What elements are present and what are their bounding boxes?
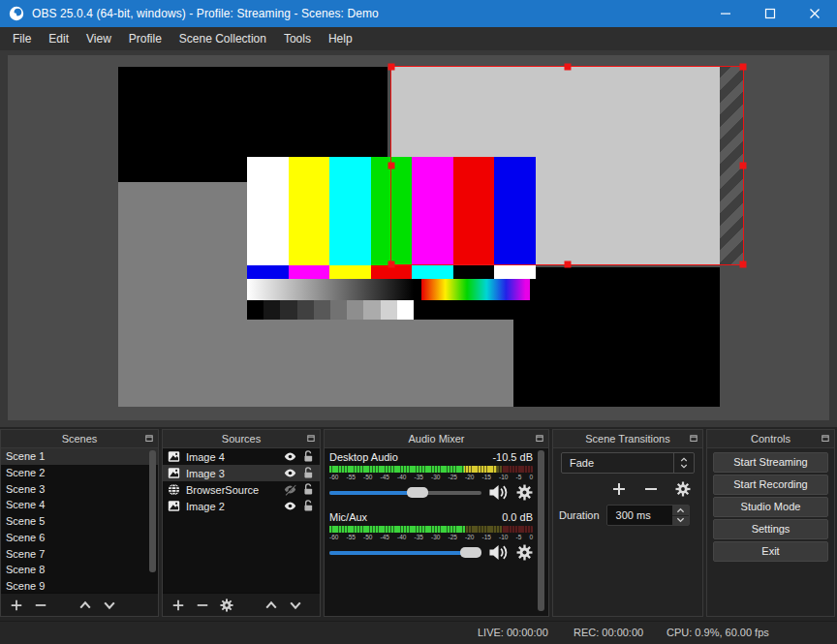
selection-handle-bottom-center[interactable] (564, 261, 571, 268)
selection-handle-mid-right[interactable] (740, 163, 747, 169)
remove-scene-icon[interactable] (34, 598, 47, 612)
visibility-eye-off-icon[interactable] (284, 483, 296, 496)
panel-float-icon[interactable] (821, 434, 830, 444)
source-black-rect-bottom-right[interactable] (513, 267, 720, 407)
remove-transition-icon[interactable] (643, 481, 659, 497)
panel-float-icon[interactable] (689, 434, 698, 444)
minimize-button[interactable] (703, 0, 748, 27)
meter-scale: -60-55-50-45-40-35-30-25-20-15-10-50 (329, 534, 533, 541)
volume-slider-handle[interactable] (407, 487, 428, 498)
source-row[interactable]: Image 4 (163, 448, 320, 465)
start-recording-button[interactable]: Start Recording (713, 475, 828, 495)
selection-handle-top-right[interactable] (740, 64, 747, 71)
maximize-button[interactable] (748, 0, 792, 27)
scenes-panel-header[interactable]: Scenes (1, 430, 158, 448)
settings-button[interactable]: Settings (713, 519, 828, 539)
move-scene-up-icon[interactable] (78, 598, 92, 612)
scene-list-item[interactable]: Scene 2 (1, 465, 158, 481)
menu-item-edit[interactable]: Edit (40, 27, 78, 50)
menu-item-file[interactable]: File (4, 27, 40, 50)
scenes-list: Scene 1 Scene 2 Scene 3 Scene 4 Scene 5 … (1, 448, 158, 593)
menu-item-view[interactable]: View (78, 27, 120, 50)
selection-handle-bottom-right[interactable] (740, 261, 747, 268)
title-bar[interactable]: OBS 25.0.4 (64-bit, windows) - Profile: … (0, 0, 837, 27)
source-name: Image 2 (186, 501, 278, 512)
menu-item-profile[interactable]: Profile (120, 27, 170, 50)
add-transition-icon[interactable] (611, 481, 627, 497)
transitions-panel-header[interactable]: Scene Transitions (553, 430, 702, 448)
source-row[interactable]: BrowserSource (163, 481, 320, 498)
scene-list-item[interactable]: Scene 5 (1, 513, 158, 530)
sources-panel: Sources Image 4 Image 3 BrowserSource (162, 429, 321, 617)
menu-item-scene-collection[interactable]: Scene Collection (170, 27, 275, 50)
window-title: OBS 25.0.4 (64-bit, windows) - Profile: … (32, 7, 379, 20)
sources-toolbar (163, 593, 320, 616)
exit-button[interactable]: Exit (713, 541, 828, 562)
duration-spinbox[interactable]: 300 ms (606, 505, 690, 526)
unlock-icon[interactable] (302, 450, 315, 463)
mixer-channel-name: Mic/Aux (329, 511, 367, 525)
scene-list-item[interactable]: Scene 9 (1, 578, 158, 593)
duration-label: Duration (559, 509, 600, 521)
unlock-icon[interactable] (302, 467, 315, 479)
transition-select[interactable]: Fade (561, 452, 695, 474)
transition-select-arrows[interactable] (673, 453, 694, 473)
panel-float-icon[interactable] (535, 434, 544, 444)
volume-meter (329, 466, 533, 473)
mixer-settings-gear-icon[interactable] (516, 484, 533, 501)
selection-handle-top-left[interactable] (388, 64, 395, 71)
controls-panel-header[interactable]: Controls (707, 430, 834, 448)
scene-list-item[interactable]: Scene 1 (1, 448, 158, 465)
visibility-eye-icon[interactable] (284, 467, 296, 479)
speaker-icon[interactable] (488, 484, 510, 501)
sources-panel-title: Sources (222, 433, 261, 445)
studio-mode-button[interactable]: Studio Mode (713, 497, 828, 517)
add-scene-icon[interactable] (10, 598, 23, 612)
audio-mixer-header[interactable]: Audio Mixer (325, 430, 548, 448)
duration-increase-button[interactable] (672, 506, 689, 516)
duration-decrease-button[interactable] (672, 516, 689, 526)
live-time-status: LIVE: 00:00:00 (478, 627, 548, 638)
speaker-icon[interactable] (488, 544, 510, 561)
close-button[interactable] (792, 0, 837, 27)
selection-handle-mid-left[interactable] (388, 163, 395, 169)
visibility-eye-icon[interactable] (284, 500, 296, 512)
audio-mixer-panel: Audio Mixer Desktop Audio -10.5 dB -60-5… (324, 429, 549, 617)
selection-outline[interactable] (390, 66, 744, 265)
volume-slider[interactable] (329, 551, 481, 555)
volume-slider[interactable] (329, 491, 481, 495)
controls-panel-title: Controls (751, 433, 790, 445)
unlock-icon[interactable] (302, 483, 315, 496)
mixer-scrollbar[interactable] (538, 450, 545, 611)
panel-float-icon[interactable] (144, 434, 154, 444)
panel-float-icon[interactable] (306, 434, 316, 444)
scenes-scrollbar[interactable] (149, 450, 156, 572)
image-source-icon (168, 500, 180, 512)
unlock-icon[interactable] (302, 500, 315, 512)
move-source-up-icon[interactable] (264, 598, 278, 612)
source-row-selected[interactable]: Image 3 (163, 465, 320, 481)
transition-selected-value: Fade (562, 453, 673, 473)
scene-list-item[interactable]: Scene 6 (1, 530, 158, 546)
selection-handle-bottom-left[interactable] (388, 261, 395, 268)
mixer-settings-gear-icon[interactable] (516, 544, 533, 561)
remove-source-icon[interactable] (196, 598, 209, 612)
menu-item-tools[interactable]: Tools (275, 27, 320, 50)
scene-list-item[interactable]: Scene 3 (1, 481, 158, 498)
preview-area (0, 50, 837, 427)
scene-list-item[interactable]: Scene 7 (1, 546, 158, 563)
selection-handle-top-center[interactable] (564, 64, 571, 71)
sources-panel-header[interactable]: Sources (163, 430, 320, 448)
add-source-icon[interactable] (171, 598, 185, 612)
menu-item-help[interactable]: Help (320, 27, 361, 50)
scene-list-item[interactable]: Scene 8 (1, 562, 158, 578)
source-row[interactable]: Image 2 (163, 498, 320, 514)
move-source-down-icon[interactable] (289, 598, 302, 612)
move-scene-down-icon[interactable] (103, 598, 116, 612)
start-streaming-button[interactable]: Start Streaming (713, 452, 828, 473)
visibility-eye-icon[interactable] (284, 450, 296, 463)
scene-list-item[interactable]: Scene 4 (1, 497, 158, 513)
source-properties-gear-icon[interactable] (220, 598, 233, 612)
volume-slider-handle[interactable] (460, 547, 481, 558)
transition-properties-gear-icon[interactable] (675, 481, 691, 497)
